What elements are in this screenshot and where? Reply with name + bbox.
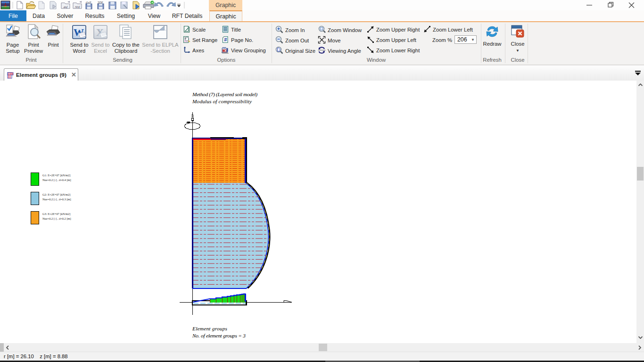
svg-text:G3: E=2E+07 [kN/m2]: G3: E=2E+07 [kN/m2] — [42, 212, 70, 215]
svg-text:Nue=0.2 [-] , d=0.3 [m]: Nue=0.2 [-] , d=0.3 [m] — [42, 197, 71, 201]
svg-text:No. of element groups = 3: No. of element groups = 3 — [192, 333, 246, 338]
svg-text:G2: E=2E+07 [kN/m2]: G2: E=2E+07 [kN/m2] — [42, 193, 70, 196]
svg-text:Nue=0.2 [-] , d=0.4 [m]: Nue=0.2 [-] , d=0.4 [m] — [42, 178, 71, 181]
svg-text:#: # — [224, 37, 227, 42]
svg-text:Method (7) (Layered soil model: Method (7) (Layered soil model) — [192, 91, 257, 98]
svg-text:Nue=0.2 [-] , d=0.2 [m]: Nue=0.2 [-] , d=0.2 [m] — [42, 217, 71, 220]
svg-text:3Df: 3Df — [74, 5, 81, 9]
svg-text:G1: E=2E+07 [kN/m2]: G1: E=2E+07 [kN/m2] — [42, 173, 70, 177]
svg-text:dxf: dxf — [64, 5, 68, 9]
svg-text:Element groups: Element groups — [192, 326, 228, 331]
svg-text:Modulus of compressibility: Modulus of compressibility — [192, 99, 252, 104]
